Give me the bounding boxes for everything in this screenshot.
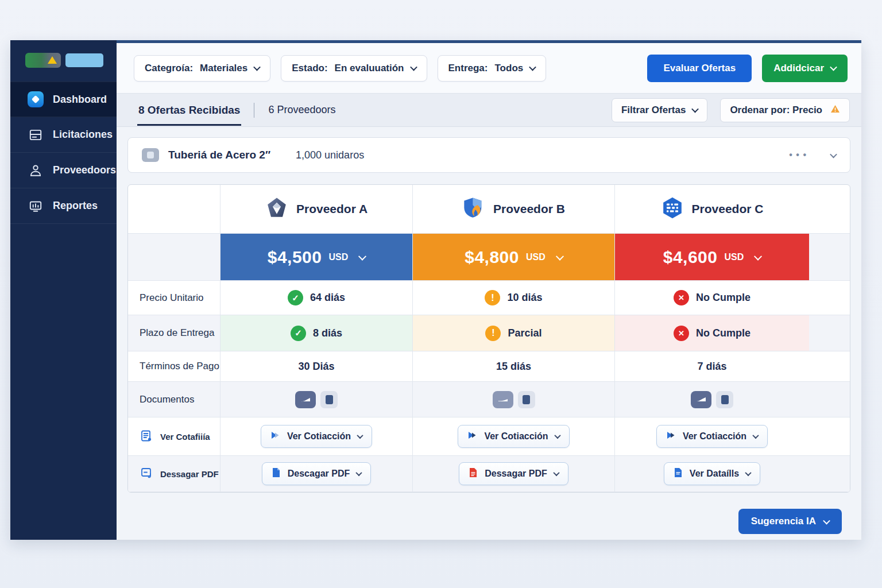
filter-offers-button[interactable]: Filtrar Ofertas <box>612 98 707 122</box>
view-details-button-c[interactable]: Ver Dataílls <box>664 462 760 485</box>
sidebar-item-licitaciones[interactable]: Licitaciones <box>10 117 117 153</box>
delivery-filter-value: Todos <box>494 63 523 74</box>
delivery-filter[interactable]: Entrega: Todos <box>438 55 547 82</box>
provider-b-price[interactable]: $4,800 USD <box>413 234 615 281</box>
sidebar-item-reportes[interactable]: Reportes <box>10 188 117 224</box>
sidebar-item-label: Reportes <box>53 200 98 212</box>
provider-c-name: Proveedor C <box>692 202 764 216</box>
price-currency: USD <box>526 252 546 262</box>
provider-a-price[interactable]: $4,500 USD <box>220 234 413 281</box>
item-thumbnail-icon <box>142 148 159 162</box>
cross-icon <box>674 290 689 305</box>
document-file-icon[interactable] <box>518 391 535 408</box>
delivery-b-cell: Parcial <box>413 315 615 351</box>
document-preview-icon[interactable] <box>691 391 711 408</box>
price-spacer-cell <box>809 234 850 281</box>
chevron-down-icon <box>358 252 366 260</box>
play-icon <box>270 431 280 442</box>
document-preview-icon[interactable] <box>295 391 316 408</box>
evaluate-offers-button[interactable]: Evaluar Ofertas <box>647 55 752 82</box>
delivery-a-cell: 8 diás <box>220 315 413 351</box>
download-pdf-button-label: Dessagar PDF <box>485 469 547 479</box>
documents-c-cell <box>615 382 809 417</box>
documents-b-cell <box>413 382 615 417</box>
document-file-icon[interactable] <box>320 391 338 408</box>
sort-by-price-label: Ordenar por: Precio <box>730 105 822 116</box>
category-filter[interactable]: Categroía: Materiales <box>134 55 270 82</box>
price-value: $4,600 <box>663 247 718 267</box>
play-icon <box>666 431 676 442</box>
unit-price-b-value: 10 diás <box>507 292 542 304</box>
tab-offers-received[interactable]: 8 Ofertas Recibidas <box>137 95 241 126</box>
chevron-down-icon <box>553 470 559 476</box>
row-label-unit-price: Precio Unitario <box>128 281 220 315</box>
view-quote-button-a[interactable]: Ver Cotiacción <box>261 425 372 448</box>
view-quote-button-label: Ver Cotiacción <box>484 431 548 442</box>
download-pdf-button-a[interactable]: Descagar PDF <box>262 462 372 485</box>
item-quantity: 1,000 unidaros <box>296 149 364 161</box>
footer-actions: Sugerencia IA <box>127 493 850 534</box>
tab-providers[interactable]: 6 Proveedoors <box>267 95 336 125</box>
chevron-down-icon <box>529 64 536 71</box>
document-preview-icon[interactable] <box>493 391 513 408</box>
chevron-down-icon <box>692 106 699 113</box>
row-label-delivery: Plazo de Entrega <box>128 315 220 351</box>
item-row[interactable]: Tuberiá de Acero 2″ 1,000 unidaros <box>127 137 850 173</box>
chevron-down-icon <box>823 517 830 524</box>
pdf-spacer-cell <box>809 456 850 492</box>
chevron-down-icon <box>357 432 363 439</box>
offers-comparison-table: Proveedor A Proveedor B <box>127 184 850 493</box>
pdf-file-icon <box>272 467 281 480</box>
quote-b-cell: Ver Cotiacción <box>413 417 615 456</box>
header-spacer-cell <box>809 185 850 234</box>
view-quote-label: Ver Cotafiiía <box>160 432 210 442</box>
provider-c-icon <box>661 196 684 222</box>
download-pdf-button-b[interactable]: Dessagar PDF <box>459 462 568 485</box>
status-filter-label: Estado: <box>292 63 327 74</box>
cross-icon <box>674 326 689 341</box>
row-label-view-quote: Ver Cotafiiía <box>128 417 220 456</box>
item-name: Tuberiá de Acero 2″ <box>168 149 270 161</box>
header-empty-cell <box>128 185 220 234</box>
award-button[interactable]: Addidcicar <box>762 55 848 82</box>
unit-price-a-cell: 64 diás <box>220 281 413 315</box>
tabs-bar: 8 Ofertas Recibidas 6 Proveedoors Filtra… <box>117 94 861 127</box>
ai-suggestion-button[interactable]: Sugerencia IA <box>738 509 842 534</box>
warning-icon <box>485 290 500 305</box>
unit-price-c-cell: No Cumple <box>615 281 809 315</box>
view-quote-button-c[interactable]: Ver Cotiacción <box>656 425 768 448</box>
payment-c-cell: 7 diás <box>615 351 809 382</box>
check-icon <box>288 290 303 305</box>
chevron-down-icon <box>830 64 837 71</box>
sidebar-item-proveedores[interactable]: Proveedoors <box>10 153 117 188</box>
chevron-down-icon <box>356 470 362 476</box>
status-filter[interactable]: Estado: En evaluuatión <box>281 55 427 82</box>
quote-a-cell: Ver Cotiacción <box>220 417 413 456</box>
document-file-icon[interactable] <box>716 391 733 408</box>
view-quote-button-label: Ver Cotiacción <box>683 431 746 442</box>
documents-a-cell <box>220 382 413 417</box>
sort-by-price-button[interactable]: Ordenar por: Precio <box>720 98 850 122</box>
view-quote-button-label: Ver Cotiacción <box>287 431 351 442</box>
unit-price-a-value: 64 diás <box>310 292 345 304</box>
row-label-download-pdf: Dessagar PDF <box>128 456 220 492</box>
download-pdf-label: Dessagar PDF <box>160 469 219 479</box>
download-document-icon <box>140 466 153 482</box>
pdf-c-cell: Ver Dataílls <box>615 456 809 492</box>
pdf-a-cell: Descagar PDF <box>220 456 413 492</box>
sidebar: Dashboard Licitaciones Proveedoors <box>10 40 117 540</box>
sidebar-item-label: Proveedoors <box>53 164 116 176</box>
sidebar-item-dashboard[interactable]: Dashboard <box>10 82 117 117</box>
unit-price-spacer-cell <box>809 281 850 315</box>
provider-c-price[interactable]: $4,600 USD <box>615 234 809 281</box>
documents-spacer-cell <box>809 382 850 417</box>
more-options-icon[interactable] <box>789 150 807 160</box>
chevron-down-icon <box>556 252 564 260</box>
view-quote-button-b[interactable]: Ver Cotiacción <box>458 425 569 448</box>
filter-toolbar: Categroía: Materiales Estado: En evaluua… <box>117 43 861 94</box>
chevron-down-icon <box>754 252 762 260</box>
chevron-down-icon[interactable] <box>830 150 837 158</box>
logo-wordmark <box>65 53 103 67</box>
tenders-icon <box>28 127 44 143</box>
reports-icon <box>28 198 44 214</box>
